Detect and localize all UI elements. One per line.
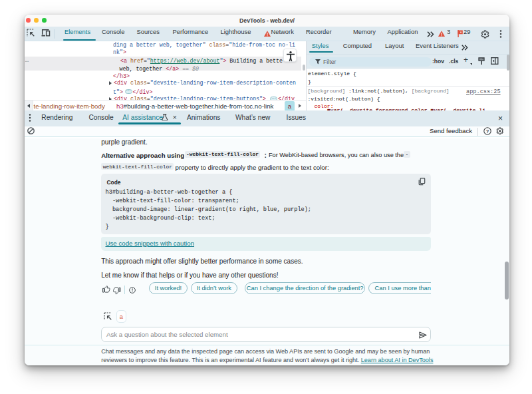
svg-text:?: ? bbox=[485, 128, 489, 134]
